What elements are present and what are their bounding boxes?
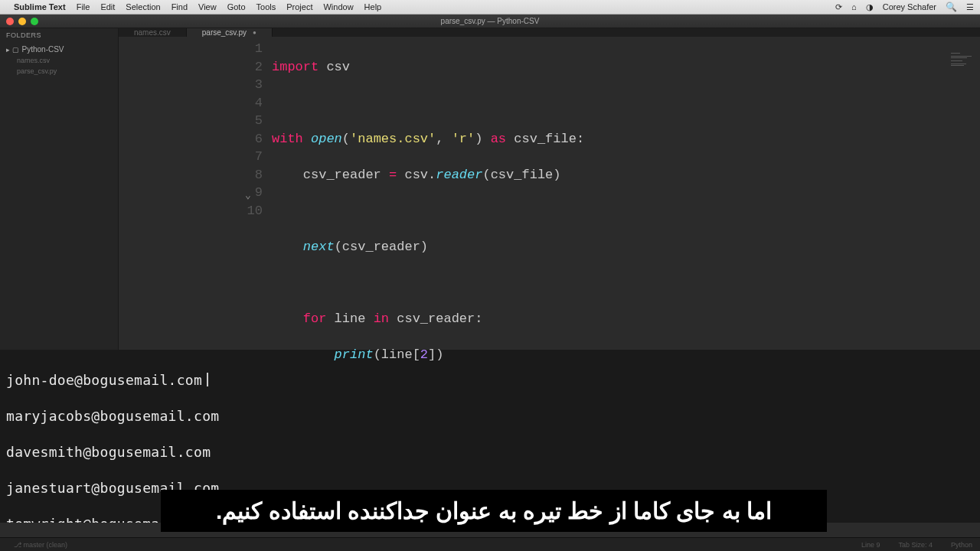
file-item-2[interactable]: parse_csv.py <box>6 66 112 77</box>
status-line[interactable]: Line 9 <box>861 541 880 549</box>
menu-edit[interactable]: Edit <box>100 2 115 11</box>
status-syntax[interactable]: Python <box>951 541 972 549</box>
macos-menubar: Sublime Text File Edit Selection Find Vi… <box>0 0 980 15</box>
minimap[interactable] <box>951 53 974 68</box>
window-title: parse_csv.py — Python-CSV <box>441 17 540 25</box>
traffic-lights <box>6 18 38 25</box>
fold-marker[interactable]: ⌄ <box>245 187 251 205</box>
menu-help[interactable]: Help <box>364 2 382 11</box>
tab-bar: names.csv parse_csv.py ● <box>119 28 980 37</box>
status-icon-2[interactable]: ⌂ <box>851 2 857 11</box>
tab-label: parse_csv.py <box>202 28 247 37</box>
sidebar-header: FOLDERS <box>6 31 112 39</box>
menu-file[interactable]: File <box>77 2 90 11</box>
gutter: 1 2 3 4 5 6 7 8 9 10 ⌄ <box>119 40 272 435</box>
app-name[interactable]: Sublime Text <box>14 2 66 11</box>
menu-selection[interactable]: Selection <box>126 2 160 11</box>
spotlight-icon[interactable]: 🔍 <box>946 2 957 12</box>
folder-icon: ▸ ▢ <box>6 46 19 54</box>
menu-project[interactable]: Project <box>286 2 312 11</box>
window-titlebar: parse_csv.py — Python-CSV <box>0 15 980 28</box>
tab-dirty-icon: ● <box>253 29 256 36</box>
tab-parse-csv[interactable]: parse_csv.py ● <box>187 28 273 37</box>
status-tabsize[interactable]: Tab Size: 4 <box>898 541 933 549</box>
sidebar: FOLDERS ▸ ▢ Python-CSV names.csv parse_c… <box>0 28 119 350</box>
minimize-window-button[interactable] <box>18 18 26 25</box>
close-window-button[interactable] <box>6 18 14 25</box>
tab-names-csv[interactable]: names.csv <box>119 28 187 37</box>
menu-window[interactable]: Window <box>323 2 353 11</box>
status-icon-1[interactable]: ⟳ <box>835 2 842 12</box>
code-pane[interactable]: 1 2 3 4 5 6 7 8 9 10 ⌄ import csv with o… <box>119 37 980 435</box>
file-item-1[interactable]: names.csv <box>6 55 112 66</box>
status-branch[interactable]: ⎇ master (clean) <box>14 541 67 549</box>
status-icon-3[interactable]: ◑ <box>866 2 874 12</box>
menu-icon[interactable]: ☰ <box>966 2 974 12</box>
statusbar: ⎇ master (clean) Line 9 Tab Size: 4 Pyth… <box>0 537 980 551</box>
menu-view[interactable]: View <box>198 2 217 11</box>
menu-find[interactable]: Find <box>172 2 188 11</box>
maximize-window-button[interactable] <box>31 18 38 25</box>
folder-root[interactable]: ▸ ▢ Python-CSV <box>6 44 112 55</box>
terminal-line: davesmith@bogusemail.com <box>6 443 974 461</box>
editor-area: names.csv parse_csv.py ● 1 2 3 4 5 6 7 8… <box>119 28 980 350</box>
folder-label: Python-CSV <box>22 45 64 54</box>
subtitle-overlay: اما به جای کاما از خط تیره به عنوان جداک… <box>161 490 827 532</box>
menu-tools[interactable]: Tools <box>256 2 276 11</box>
code-content[interactable]: import csv with open('names.csv', 'r') a… <box>272 40 980 435</box>
menubar-user[interactable]: Corey Schafer <box>883 2 936 11</box>
editor-main: FOLDERS ▸ ▢ Python-CSV names.csv parse_c… <box>0 28 980 350</box>
menu-goto[interactable]: Goto <box>227 2 246 11</box>
